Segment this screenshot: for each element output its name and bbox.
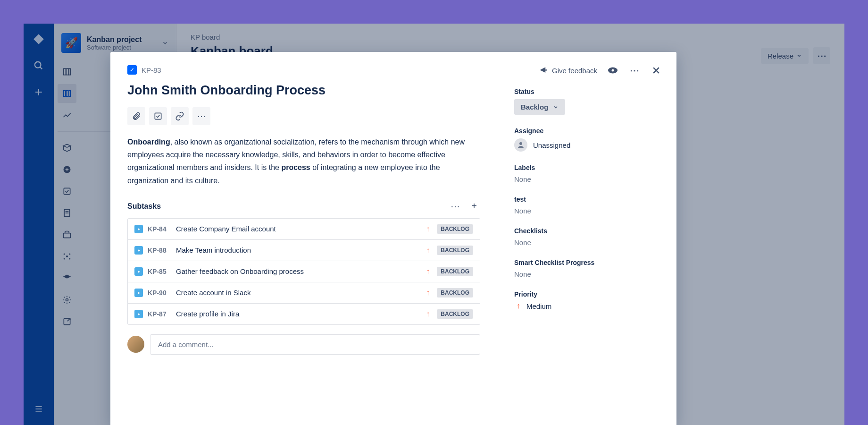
sidebar-item-settings[interactable] — [58, 290, 76, 309]
subtask-status-badge[interactable]: BACKLOG — [437, 267, 473, 276]
unassigned-avatar-icon — [514, 138, 527, 152]
checklists-value[interactable]: None — [514, 238, 659, 246]
issue-key-link[interactable]: KP-83 — [142, 66, 161, 74]
close-icon[interactable] — [650, 64, 662, 76]
sidebar-item-graph[interactable] — [58, 247, 76, 266]
subtask-row[interactable]: ▸KP-85Gather feedback on Onboarding proc… — [128, 261, 480, 282]
subtask-title[interactable]: Create Company Email account — [176, 225, 419, 233]
subtask-key[interactable]: KP-84 — [148, 225, 171, 233]
status-dropdown[interactable]: Backlog — [514, 99, 565, 115]
create-icon[interactable]: + — [33, 86, 45, 98]
svg-rect-7 — [69, 90, 70, 96]
sidebar-item-components[interactable] — [58, 225, 76, 244]
more-tools-button[interactable]: ⋯ — [192, 107, 210, 125]
project-name: Kanban project — [87, 35, 156, 44]
labels-value[interactable]: None — [514, 175, 659, 183]
sidebar-item-reports[interactable] — [58, 106, 76, 125]
subtask-list: ▸KP-84Create Company Email account↑BACKL… — [127, 218, 480, 325]
priority-arrow-icon: ↑ — [424, 289, 432, 297]
svg-line-21 — [67, 318, 70, 321]
subtask-status-badge[interactable]: BACKLOG — [437, 224, 473, 234]
svg-point-17 — [64, 258, 65, 260]
sidebar-item-shortcut[interactable] — [58, 312, 76, 331]
svg-rect-13 — [64, 233, 71, 238]
subtask-key[interactable]: KP-87 — [148, 310, 171, 318]
add-child-button[interactable] — [149, 107, 167, 125]
product-logo-icon[interactable] — [33, 33, 45, 45]
status-label: Status — [514, 88, 659, 95]
attach-button[interactable] — [127, 107, 145, 125]
smart-checklist-value[interactable]: None — [514, 270, 659, 278]
svg-rect-22 — [155, 113, 161, 119]
sidebar-item-pages[interactable] — [58, 204, 76, 222]
subtask-key[interactable]: KP-90 — [148, 289, 171, 297]
labels-label: Labels — [514, 164, 659, 171]
priority-label: Priority — [514, 290, 659, 298]
checklists-label: Checklists — [514, 227, 659, 235]
svg-rect-6 — [66, 90, 68, 96]
subtask-type-icon: ▸ — [134, 289, 143, 297]
search-icon[interactable] — [33, 60, 45, 72]
svg-rect-2 — [64, 68, 66, 75]
link-button[interactable] — [171, 107, 189, 125]
subtask-title[interactable]: Gather feedback on Onboarding process — [176, 267, 419, 275]
priority-field[interactable]: ↑ Medium — [514, 302, 659, 310]
issue-title[interactable]: John Smith Onboarding Process — [127, 83, 480, 98]
svg-rect-3 — [66, 68, 68, 75]
svg-point-14 — [66, 255, 68, 257]
priority-arrow-icon: ↑ — [424, 310, 432, 318]
subtask-row[interactable]: ▸KP-87Create profile in Jira↑BACKLOG — [128, 304, 480, 324]
subtask-status-badge[interactable]: BACKLOG — [437, 288, 473, 298]
svg-point-15 — [64, 254, 65, 255]
subtask-type-icon: ▸ — [134, 267, 143, 276]
breadcrumb[interactable]: KP board — [191, 33, 830, 41]
svg-point-18 — [69, 258, 70, 260]
subtasks-more-icon[interactable]: ⋯ — [449, 200, 461, 212]
svg-point-0 — [35, 62, 41, 68]
subtask-status-badge[interactable]: BACKLOG — [437, 246, 473, 255]
global-nav: + ☰ — [24, 24, 54, 425]
subtask-title[interactable]: Create profile in Jira — [176, 310, 419, 318]
more-actions-button[interactable]: ⋯ — [813, 47, 830, 64]
user-avatar — [127, 336, 144, 353]
sidebar-item-add[interactable] — [58, 160, 76, 179]
subtask-title[interactable]: Make Team introduction — [176, 246, 419, 254]
sidebar-item-board[interactable] — [58, 84, 76, 103]
svg-point-24 — [612, 69, 614, 72]
menu-icon[interactable]: ☰ — [33, 403, 45, 416]
subtask-type-icon: ▸ — [134, 246, 143, 255]
comment-input[interactable]: Add a comment... — [150, 334, 480, 355]
subtask-row[interactable]: ▸KP-88Make Team introduction↑BACKLOG — [128, 240, 480, 261]
priority-arrow-icon: ↑ — [424, 225, 432, 233]
issue-type-icon: ✓ — [127, 65, 137, 75]
assignee-field[interactable]: Unassigned — [514, 138, 659, 152]
add-subtask-icon[interactable]: + — [468, 200, 480, 212]
sidebar-item-releases[interactable] — [58, 138, 76, 157]
sidebar-item-learn[interactable] — [58, 269, 76, 288]
subtask-row[interactable]: ▸KP-90Create account in Slack↑BACKLOG — [128, 282, 480, 304]
subtask-row[interactable]: ▸KP-84Create Company Email account↑BACKL… — [128, 219, 480, 240]
watch-icon[interactable] — [607, 64, 619, 76]
svg-point-16 — [69, 254, 70, 255]
test-value[interactable]: None — [514, 207, 659, 215]
test-label: test — [514, 196, 659, 203]
subtask-key[interactable]: KP-85 — [148, 268, 171, 275]
smart-checklist-label: Smart Checklist Progress — [514, 259, 659, 266]
give-feedback-button[interactable]: Give feedback — [539, 66, 597, 75]
sidebar-item-roadmap[interactable] — [58, 62, 76, 81]
release-button[interactable]: Release — [761, 48, 809, 64]
svg-point-19 — [66, 299, 68, 301]
subtask-key[interactable]: KP-88 — [148, 246, 171, 254]
svg-point-27 — [519, 142, 522, 145]
project-avatar-icon: 🚀 — [61, 33, 81, 53]
issue-dialog: ✓ KP-83 John Smith Onboarding Process ⋯ … — [110, 52, 676, 425]
subtask-status-badge[interactable]: BACKLOG — [437, 309, 473, 319]
svg-rect-4 — [69, 68, 70, 75]
priority-arrow-icon: ↑ — [514, 302, 523, 310]
more-icon[interactable]: ⋯ — [628, 64, 641, 76]
chevron-down-icon — [162, 40, 168, 46]
svg-rect-5 — [64, 90, 66, 96]
sidebar-item-issues[interactable] — [58, 182, 76, 201]
issue-description[interactable]: Onboarding, also known as organizational… — [127, 136, 480, 187]
subtask-title[interactable]: Create account in Slack — [176, 289, 419, 297]
